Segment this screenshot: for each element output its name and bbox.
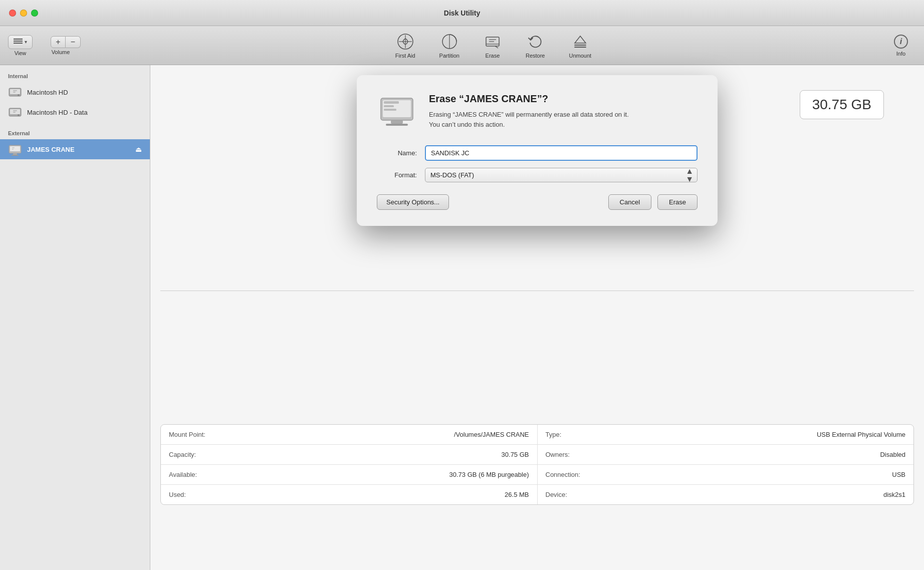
erase-icon xyxy=(484,33,502,51)
dialog-drive-icon xyxy=(377,91,417,131)
mount-point-value: /Volumes/JAMES CRANE xyxy=(454,431,529,438)
svg-rect-33 xyxy=(384,109,396,111)
format-label: Format: xyxy=(377,171,417,179)
info-tool[interactable]: i Info xyxy=(886,31,916,61)
external-section-header: External xyxy=(0,128,150,139)
svg-rect-21 xyxy=(13,110,17,111)
macintosh-hd-data-label: Macintosh HD - Data xyxy=(27,109,142,116)
security-options-button[interactable]: Security Options... xyxy=(377,194,449,210)
toolbar-tools: First Aid Partition xyxy=(101,29,886,63)
info-half: Mount Point: /Volumes/JAMES CRANE xyxy=(161,425,538,444)
action-buttons: Cancel Erase xyxy=(608,194,698,210)
connection-key: Connection: xyxy=(546,471,616,478)
james-crane-label: JAMES CRANE xyxy=(27,146,130,153)
svg-rect-28 xyxy=(12,149,14,150)
used-value: 26.5 MB xyxy=(505,491,529,498)
remove-volume-button[interactable]: − xyxy=(66,36,81,48)
table-row: Capacity: 30.75 GB Owners: Disabled xyxy=(161,445,913,465)
dialog-text-block: Erase “JAMES CRANE”? Erasing “JAMES CRAN… xyxy=(429,91,698,129)
maximize-button[interactable] xyxy=(31,10,38,17)
minimize-button[interactable] xyxy=(20,10,27,17)
main-content: Internal Macintosh HD Macintosh HD - Dat… xyxy=(0,65,924,570)
volume-label: Volume xyxy=(52,49,70,55)
type-key: Type: xyxy=(546,431,616,438)
type-value: USB External Physical Volume xyxy=(817,431,905,438)
info-icon: i xyxy=(894,35,908,49)
view-chevron-icon: ▾ xyxy=(25,39,27,45)
name-label: Name: xyxy=(377,149,417,157)
dialog-form: Name: Format: MS-DOS (FAT) Mac OS Extend… xyxy=(377,145,698,182)
format-select[interactable]: MS-DOS (FAT) Mac OS Extended (Journaled)… xyxy=(425,168,698,182)
view-label: View xyxy=(15,50,27,56)
owners-value: Disabled xyxy=(880,451,905,458)
first-aid-label: First Aid xyxy=(395,53,415,59)
erase-button[interactable]: Erase xyxy=(657,194,698,210)
device-key: Device: xyxy=(546,491,616,498)
unmount-icon xyxy=(571,33,589,51)
macintosh-hd-icon xyxy=(8,85,22,99)
svg-rect-32 xyxy=(384,105,394,107)
partition-icon xyxy=(440,33,458,51)
eject-icon: ⏏ xyxy=(135,145,142,153)
unmount-tool[interactable]: Unmount xyxy=(557,29,603,63)
app-title: Disk Utility xyxy=(444,9,480,17)
svg-rect-31 xyxy=(384,101,399,104)
dialog-body-line1: Erasing “JAMES CRANE” will permanently e… xyxy=(429,111,629,118)
macintosh-hd-label: Macintosh HD xyxy=(27,89,142,96)
used-key: Used: xyxy=(169,491,239,498)
partition-tool[interactable]: Partition xyxy=(427,29,472,63)
table-row: Mount Point: /Volumes/JAMES CRANE Type: … xyxy=(161,425,913,445)
svg-marker-10 xyxy=(575,36,586,43)
info-half: Used: 26.5 MB xyxy=(161,485,538,504)
table-row: Used: 26.5 MB Device: disk2s1 xyxy=(161,485,913,504)
name-input[interactable] xyxy=(425,145,698,161)
erase-tool[interactable]: Erase xyxy=(472,29,514,63)
svg-rect-17 xyxy=(13,92,16,93)
right-content: 30.75 GB Erase “JAMES CR xyxy=(150,65,924,570)
add-volume-button[interactable]: + xyxy=(51,36,66,48)
info-label: Info xyxy=(896,51,905,57)
view-icon xyxy=(14,39,23,46)
cancel-button[interactable]: Cancel xyxy=(608,194,651,210)
info-table: Mount Point: /Volumes/JAMES CRANE Type: … xyxy=(160,424,914,505)
svg-rect-26 xyxy=(12,155,19,156)
device-value: disk2s1 xyxy=(883,491,905,498)
separator-line xyxy=(160,291,914,291)
format-row: Format: MS-DOS (FAT) Mac OS Extended (Jo… xyxy=(377,168,698,182)
dialog-title: Erase “JAMES CRANE”? xyxy=(429,93,698,105)
sidebar: Internal Macintosh HD Macintosh HD - Dat… xyxy=(0,65,150,570)
macintosh-hd-data-icon xyxy=(8,105,22,119)
mount-point-key: Mount Point: xyxy=(169,431,239,438)
sidebar-item-james-crane[interactable]: JAMES CRANE ⏏ xyxy=(0,139,150,159)
svg-rect-24 xyxy=(10,146,20,151)
sidebar-item-macintosh-hd-data[interactable]: Macintosh HD - Data xyxy=(0,102,150,122)
name-row: Name: xyxy=(377,145,698,161)
info-half: Available: 30.73 GB (6 MB purgeable) xyxy=(161,465,538,484)
available-value: 30.73 GB (6 MB purgeable) xyxy=(449,471,529,478)
svg-rect-22 xyxy=(13,112,16,113)
svg-rect-16 xyxy=(13,90,17,91)
sidebar-item-macintosh-hd[interactable]: Macintosh HD xyxy=(0,82,150,102)
info-half: Capacity: 30.75 GB xyxy=(161,445,538,464)
james-crane-icon xyxy=(8,142,22,156)
restore-label: Restore xyxy=(526,53,545,59)
unmount-label: Unmount xyxy=(569,53,591,59)
info-half: Type: USB External Physical Volume xyxy=(538,425,914,444)
dialog-body-line2: You can’t undo this action. xyxy=(429,121,505,128)
capacity-value: 30.75 GB xyxy=(502,451,529,458)
dialog-actions: Security Options... Cancel Erase xyxy=(377,194,698,210)
format-select-wrapper: MS-DOS (FAT) Mac OS Extended (Journaled)… xyxy=(425,168,698,182)
partition-label: Partition xyxy=(439,53,459,59)
svg-rect-25 xyxy=(13,153,17,155)
svg-point-20 xyxy=(18,114,20,116)
restore-tool[interactable]: Restore xyxy=(514,29,557,63)
toolbar: ▾ View + − Volume First Aid xyxy=(0,26,924,65)
internal-section-header: Internal xyxy=(0,71,150,82)
svg-rect-34 xyxy=(391,120,403,124)
table-row: Available: 30.73 GB (6 MB purgeable) Con… xyxy=(161,465,913,485)
window-controls xyxy=(9,10,38,17)
close-button[interactable] xyxy=(9,10,16,17)
first-aid-tool[interactable]: First Aid xyxy=(383,29,427,63)
svg-rect-27 xyxy=(12,147,15,148)
view-button[interactable]: ▾ xyxy=(8,35,33,49)
